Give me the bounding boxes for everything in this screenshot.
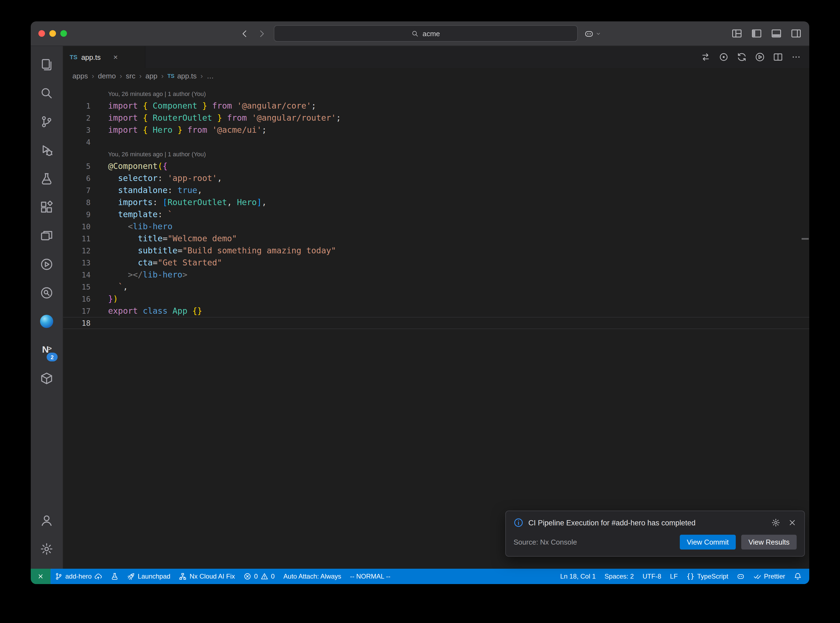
code-line-3[interactable]: 3import { Hero } from '@acme/ui'; — [63, 124, 809, 136]
code-line-1[interactable]: 1import { Component } from '@angular/cor… — [63, 100, 809, 112]
line-number[interactable]: 18 — [63, 319, 91, 327]
history-back-icon[interactable] — [239, 28, 250, 39]
line-number[interactable]: 5 — [63, 162, 91, 170]
activity-run-and-debug[interactable] — [31, 136, 63, 164]
activity-manage-settings[interactable] — [31, 535, 63, 563]
split-editor-icon[interactable] — [773, 52, 783, 62]
maximize-window-button[interactable] — [60, 30, 67, 37]
line-number[interactable]: 2 — [63, 114, 91, 122]
breadcrumb-item-apps[interactable]: apps — [72, 72, 88, 80]
close-window-button[interactable] — [38, 30, 45, 37]
eol-item[interactable]: LF — [665, 569, 682, 584]
activity-accounts[interactable] — [31, 506, 63, 535]
code-line-7[interactable]: 7 standalone: true, — [63, 184, 809, 196]
code-line-17[interactable]: 17export class App {} — [63, 305, 809, 317]
activity-explorer[interactable] — [31, 51, 63, 79]
view-commit-button[interactable]: View Commit — [680, 535, 736, 549]
line-number[interactable]: 15 — [63, 282, 91, 291]
notification-close-icon[interactable] — [788, 518, 797, 527]
line-number[interactable]: 17 — [63, 307, 91, 315]
code-line-13[interactable]: 13 cta="Get Started" — [63, 257, 809, 269]
activity-source-control[interactable] — [31, 107, 63, 136]
line-number[interactable]: 8 — [63, 198, 91, 207]
line-number[interactable]: 12 — [63, 246, 91, 255]
history-forward-icon[interactable] — [256, 28, 267, 39]
line-number[interactable]: 14 — [63, 270, 91, 279]
sync-icon[interactable] — [737, 52, 747, 62]
code-line-6[interactable]: 6 selector: 'app-root', — [63, 172, 809, 184]
copilot-menu[interactable] — [584, 29, 601, 38]
run-file-icon[interactable] — [755, 52, 765, 62]
breadcrumb-item-demo[interactable]: demo — [98, 72, 116, 80]
customize-layout-icon[interactable] — [731, 28, 742, 39]
minimize-window-button[interactable] — [49, 30, 56, 37]
breadcrumb-item-src[interactable]: src — [126, 72, 135, 80]
code-line-18[interactable]: 18 — [63, 317, 809, 329]
code-line-8[interactable]: 8 imports: [RouterOutlet, Hero], — [63, 196, 809, 209]
activity-nx-console[interactable]: N>2 — [31, 336, 63, 364]
beaker-item[interactable] — [106, 569, 123, 584]
scrollbar-mark[interactable] — [802, 238, 809, 239]
line-number[interactable]: 3 — [63, 126, 91, 134]
activity-code-search[interactable] — [31, 279, 63, 307]
line-number[interactable]: 9 — [63, 210, 91, 219]
prettier-item[interactable]: Prettier — [749, 569, 789, 584]
indentation-item[interactable]: Spaces: 2 — [600, 569, 638, 584]
command-center-search[interactable]: acme — [274, 25, 578, 42]
line-number[interactable]: 1 — [63, 101, 91, 110]
branch-item[interactable]: add-hero — [51, 569, 106, 584]
remote-indicator[interactable] — [31, 569, 51, 584]
line-number[interactable]: 7 — [63, 186, 91, 195]
blame-annotation[interactable]: You, 26 minutes ago | 1 author (You) — [63, 88, 809, 100]
editor[interactable]: You, 26 minutes ago | 1 author (You)1imp… — [63, 83, 809, 569]
code-line-9[interactable]: 9 template: ` — [63, 209, 809, 221]
code-line-15[interactable]: 15 `, — [63, 281, 809, 293]
breadcrumb-item-app.ts[interactable]: TSapp.ts — [167, 72, 197, 80]
code-line-14[interactable]: 14 ></lib-hero> — [63, 269, 809, 281]
code-line-16[interactable]: 16}) — [63, 293, 809, 305]
breadcrumb-item-app[interactable]: app — [145, 72, 157, 80]
nx-cloud-item[interactable]: Nx Cloud AI Fix — [175, 569, 239, 584]
activity-search[interactable] — [31, 79, 63, 107]
launchpad-item[interactable]: Launchpad — [123, 569, 175, 584]
code-line-11[interactable]: 11 title="Welcmoe demo" — [63, 233, 809, 245]
cursor-position-item[interactable]: Ln 18, Col 1 — [556, 569, 600, 584]
code-line-10[interactable]: 10 <lib-hero — [63, 221, 809, 233]
open-changes-icon[interactable] — [701, 52, 711, 62]
toggle-secondary-sidebar-icon[interactable] — [791, 28, 802, 39]
notification-settings-icon[interactable] — [771, 518, 780, 527]
vim-mode-item[interactable]: -- NORMAL -- — [346, 569, 395, 584]
problems-item[interactable]: 00 — [239, 569, 279, 584]
code-line-12[interactable]: 12 subtitle="Build something amazing tod… — [63, 245, 809, 257]
line-number[interactable]: 13 — [63, 258, 91, 267]
encoding-item[interactable]: UTF-8 — [638, 569, 665, 584]
close-tab-icon[interactable]: × — [113, 53, 118, 61]
tab-app-ts[interactable]: TS app.ts × — [63, 46, 145, 68]
copilot-status-item[interactable] — [733, 569, 749, 584]
activity-edge-tools[interactable] — [31, 307, 63, 336]
line-number[interactable]: 16 — [63, 295, 91, 303]
code-line-5[interactable]: 5@Component({ — [63, 160, 809, 172]
activity-run-circle[interactable] — [31, 250, 63, 279]
toggle-primary-sidebar-icon[interactable] — [751, 28, 762, 39]
activity-package-explorer[interactable] — [31, 364, 63, 393]
line-number[interactable]: 10 — [63, 222, 91, 231]
activity-testing[interactable] — [31, 164, 63, 193]
notifications-item[interactable] — [789, 569, 806, 584]
activity-extensions[interactable] — [31, 193, 63, 222]
line-number[interactable]: 4 — [63, 138, 91, 146]
breadcrumb-item-[interactable]: … — [207, 72, 214, 80]
toggle-panel-icon[interactable] — [771, 28, 782, 39]
more-actions-icon[interactable] — [791, 52, 801, 62]
code-line-2[interactable]: 2import { RouterOutlet } from '@angular/… — [63, 112, 809, 124]
breadcrumb-separator: › — [92, 72, 94, 80]
activity-remote-explorer[interactable] — [31, 222, 63, 250]
line-number[interactable]: 11 — [63, 234, 91, 243]
blame-annotation[interactable]: You, 26 minutes ago | 1 author (You) — [63, 148, 809, 160]
view-results-button[interactable]: View Results — [741, 535, 797, 549]
goto-symbol-icon[interactable] — [719, 52, 729, 62]
language-item[interactable]: {}TypeScript — [682, 569, 733, 584]
auto-attach-item[interactable]: Auto Attach: Always — [279, 569, 346, 584]
line-number[interactable]: 6 — [63, 174, 91, 183]
code-line-4[interactable]: 4 — [63, 136, 809, 148]
